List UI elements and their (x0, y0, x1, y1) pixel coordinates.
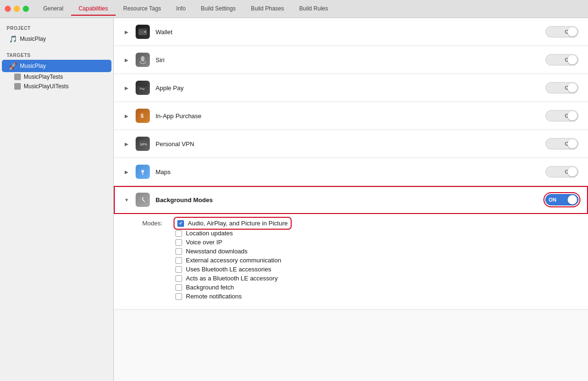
iap-toggle[interactable]: OFF (545, 110, 579, 121)
window-controls (5, 6, 29, 12)
bg-modes-icon (136, 193, 150, 207)
mode-text-newsstand: Newsstand downloads (186, 248, 248, 255)
mode-item-audio: Audio, AirPlay, and Picture in Picture (175, 219, 290, 228)
tab-build-rules[interactable]: Build Rules (292, 2, 336, 16)
maps-toggle-knob (568, 167, 577, 177)
mode-checkbox-voip[interactable] (175, 239, 182, 246)
mode-text-voip: Voice over IP (186, 239, 222, 246)
iap-toggle-knob (568, 111, 577, 121)
mode-item-bg-fetch: Background fetch (175, 284, 290, 291)
maps-toggle[interactable]: OFF (545, 166, 579, 177)
mode-text-external-accessory: External accessory communication (186, 257, 281, 264)
apple-pay-expand[interactable]: ▶ (123, 84, 130, 91)
apple-pay-toggle-knob (568, 83, 577, 93)
vpn-expand[interactable]: ▶ (123, 140, 130, 147)
sidebar-item-project-musicplay[interactable]: 🎵 MusicPlay (2, 33, 111, 45)
tab-general[interactable]: General (36, 2, 71, 16)
musicplaytests-icon (14, 74, 21, 80)
iap-title: In-App Purchase (156, 112, 540, 120)
sidebar-item-musicplayuitests[interactable]: MusicPlayUITests (0, 82, 113, 91)
svg-rect-2 (144, 31, 146, 33)
musicplayuitests-icon (14, 83, 21, 90)
vpn-title: Personal VPN (156, 140, 540, 148)
capability-maps: ▶ Maps OFF (114, 158, 588, 186)
mode-item-voip: Voice over IP (175, 239, 290, 246)
targets-section-label: TARGETS (0, 50, 113, 60)
modes-row: Modes: Audio, AirPlay, and Picture in Pi… (142, 219, 579, 300)
tab-info[interactable]: Info (169, 2, 193, 16)
siri-toggle[interactable]: OFF (545, 54, 579, 65)
musicplayuitests-label: MusicPlayUITests (24, 83, 69, 90)
vpn-toggle[interactable]: OFF (545, 138, 579, 149)
capability-vpn: ▶ VPN Personal VPN OFF (114, 130, 588, 158)
tab-capabilities[interactable]: Capabilities (71, 2, 116, 16)
maps-icon (136, 165, 150, 179)
mode-item-bt-le-accessory: Acts as a Bluetooth LE accessory (175, 275, 290, 282)
wallet-icon (136, 25, 150, 39)
capability-apple-pay: ▶ Pay Apple Pay OFF (114, 74, 588, 102)
bg-modes-title: Background Modes (156, 196, 540, 204)
iap-expand[interactable]: ▶ (123, 112, 130, 119)
tab-resource-tags[interactable]: Resource Tags (116, 2, 169, 16)
bg-modes-expand[interactable]: ▼ (123, 196, 130, 203)
tab-build-phases[interactable]: Build Phases (243, 2, 292, 16)
sidebar-item-musicplaytests[interactable]: MusicPlayTests (0, 72, 113, 82)
apple-pay-title: Apple Pay (156, 84, 540, 92)
mode-checkbox-remote-notifications[interactable] (175, 293, 182, 300)
mode-item-external-accessory: External accessory communication (175, 257, 290, 264)
close-button[interactable] (5, 6, 11, 12)
mode-checkbox-external-accessory[interactable] (175, 257, 182, 264)
tab-bar: General Capabilities Resource Tags Info … (0, 0, 588, 18)
capability-background-modes: ▼ Background Modes ON (114, 186, 588, 214)
mode-item-newsstand: Newsstand downloads (175, 248, 290, 255)
capability-siri: ▶ Siri OFF (114, 46, 588, 74)
main-layout: PROJECT 🎵 MusicPlay TARGETS 🚀 MusicPlay … (0, 18, 588, 381)
iap-icon: $ (136, 109, 150, 123)
musicplaytests-label: MusicPlayTests (24, 74, 63, 80)
wallet-toggle-knob (568, 27, 577, 37)
mode-checkbox-bt-le-accessory[interactable] (175, 275, 182, 282)
project-section-label: PROJECT (0, 23, 113, 33)
modes-label: Modes: (142, 220, 171, 227)
svg-text:VPN: VPN (140, 142, 147, 147)
sidebar: PROJECT 🎵 MusicPlay TARGETS 🚀 MusicPlay … (0, 18, 114, 381)
siri-expand[interactable]: ▶ (123, 56, 130, 63)
apple-pay-toggle[interactable]: OFF (545, 82, 579, 93)
musicplay-project-label: MusicPlay (20, 36, 46, 42)
musicplay-target-label: MusicPlay (20, 63, 46, 69)
bg-modes-expanded: Modes: Audio, AirPlay, and Picture in Pi… (114, 214, 588, 310)
svg-point-3 (141, 56, 145, 62)
mode-item-bt-le-accessories: Uses Bluetooth LE accessories (175, 266, 290, 273)
content-area: ▶ Wallet OFF ▶ Siri OFF (114, 18, 588, 381)
minimize-button[interactable] (14, 6, 20, 12)
mode-text-location: Location updates (186, 230, 233, 237)
wallet-expand[interactable]: ▶ (123, 28, 130, 35)
mode-checkbox-audio[interactable] (177, 220, 184, 227)
svg-rect-6 (138, 84, 147, 86)
bg-modes-toggle[interactable]: ON (545, 194, 579, 205)
vpn-icon: VPN (136, 137, 150, 151)
sidebar-item-musicplay-target[interactable]: 🚀 MusicPlay (2, 60, 111, 72)
wallet-title: Wallet (156, 28, 540, 36)
mode-checkbox-bg-fetch[interactable] (175, 284, 182, 291)
vpn-toggle-knob (568, 139, 577, 149)
mode-text-remote-notifications: Remote notifications (186, 293, 242, 300)
mode-checkbox-bt-le-accessories[interactable] (175, 266, 182, 273)
bg-modes-toggle-knob (568, 195, 577, 204)
app-window: General Capabilities Resource Tags Info … (0, 0, 588, 381)
mode-text-bt-le-accessories: Uses Bluetooth LE accessories (186, 266, 271, 273)
svg-point-13 (141, 170, 144, 173)
siri-icon (136, 53, 150, 67)
tab-build-settings[interactable]: Build Settings (193, 2, 243, 16)
capability-wallet: ▶ Wallet OFF (114, 18, 588, 46)
maps-expand[interactable]: ▶ (123, 168, 130, 175)
maximize-button[interactable] (23, 6, 29, 12)
mode-checkbox-location[interactable] (175, 230, 182, 237)
mode-checkbox-newsstand[interactable] (175, 248, 182, 255)
capability-iap: ▶ $ In-App Purchase OFF (114, 102, 588, 130)
mode-text-bg-fetch: Background fetch (186, 284, 234, 291)
apple-pay-icon: Pay (136, 81, 150, 95)
mode-text-audio: Audio, AirPlay, and Picture in Picture (188, 220, 288, 227)
musicplay-project-icon: 🎵 (9, 35, 17, 43)
wallet-toggle[interactable]: OFF (545, 26, 579, 37)
